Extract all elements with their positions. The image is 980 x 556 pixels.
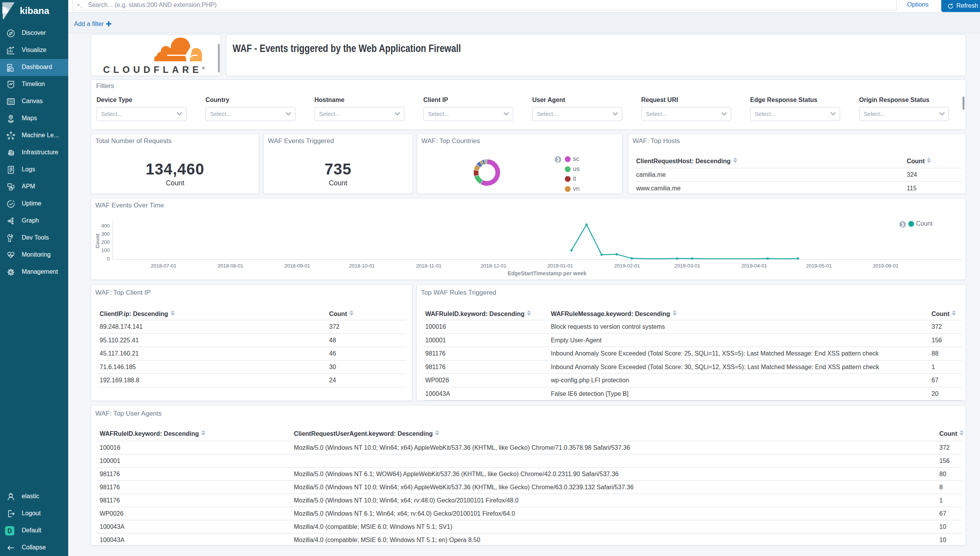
svg-text:D: D bbox=[7, 528, 12, 534]
